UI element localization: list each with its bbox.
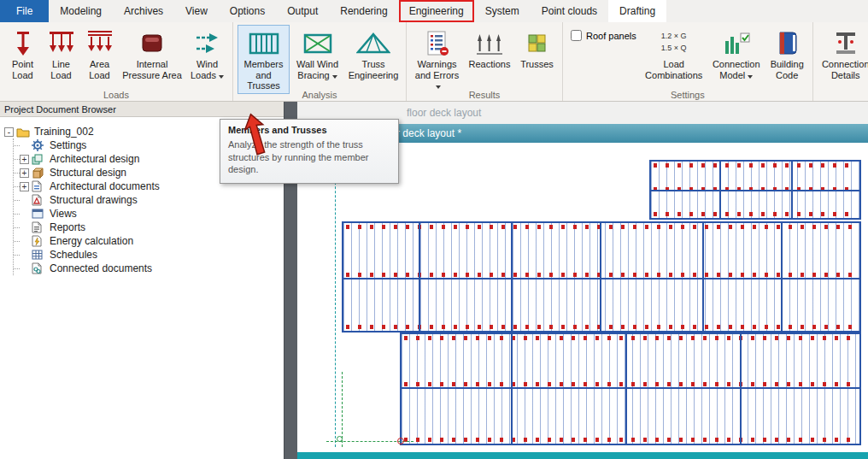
tree-item-label: Settings — [48, 139, 88, 151]
menu-drafting[interactable]: Drafting — [608, 0, 666, 22]
tree-item-label: Reports — [48, 221, 87, 233]
energy-calculation-icon — [32, 235, 45, 247]
tree-item-energy-calculation[interactable]: Energy calculation — [14, 234, 284, 248]
building-code-label: Building Code — [771, 59, 804, 80]
members-and-trusses-icon — [249, 28, 279, 58]
folder-icon — [16, 127, 30, 138]
wall-wind-bracing-button[interactable]: Wall Wind Bracing — [291, 25, 343, 83]
project-browser-title: Project Document Browser — [4, 104, 116, 115]
roof-panels-checkbox-input[interactable] — [571, 30, 582, 41]
schedules-icon — [32, 250, 45, 260]
menu-point-clouds[interactable]: Point clouds — [531, 0, 608, 22]
roof-panels-checkbox[interactable]: Roof panels — [567, 25, 640, 41]
collapse-icon[interactable] — [4, 127, 14, 137]
deck-block-lower — [400, 332, 861, 445]
expand-icon[interactable] — [20, 182, 29, 191]
menu-options-label: Options — [230, 5, 265, 17]
point-load-label: Point Load — [12, 59, 33, 80]
expand-icon[interactable] — [20, 155, 29, 164]
load-factor-q: 1.5 × Q — [661, 43, 687, 55]
truss-engineering-label: Truss Engineering — [349, 59, 399, 80]
point-load-icon — [13, 28, 33, 58]
reference-marker — [397, 438, 404, 444]
load-factor-g: 1.2 × G — [661, 31, 687, 43]
line-load-label: Line Load — [50, 59, 71, 80]
warnings-and-errors-label: Warnings and Errors — [415, 59, 459, 80]
menu-view[interactable]: View — [174, 0, 219, 22]
trusses-label: Trusses — [520, 59, 554, 69]
reactions-button[interactable]: Reactions — [465, 25, 514, 73]
load-combinations-button[interactable]: 1.2 × G 1.5 × Q Load Combinations — [642, 25, 707, 83]
load-combinations-label: Load Combinations — [645, 59, 702, 80]
menu-engineering-label: Engineering — [409, 5, 464, 17]
tree-item-label: Architectural design — [48, 153, 141, 165]
tree-item-schedules[interactable]: Schedules — [14, 248, 284, 262]
truss-engineering-icon — [356, 28, 390, 58]
structural-drawings-icon — [32, 194, 45, 206]
point-load-button[interactable]: Point Load — [4, 25, 41, 83]
menu-drafting-label: Drafting — [619, 5, 655, 17]
ribbon-group-results-label: Results — [407, 90, 562, 100]
wall-wind-bracing-icon — [303, 28, 332, 58]
reports-icon — [32, 221, 45, 233]
line-load-icon — [48, 28, 75, 58]
bottom-accent-bar — [297, 452, 868, 459]
menu-options[interactable]: Options — [219, 0, 276, 22]
ribbon: Point Load Line Load Area Load Internal … — [0, 22, 868, 102]
architectural-design-icon — [32, 154, 45, 165]
menu-archives[interactable]: Archives — [113, 0, 174, 22]
menu-bar: File Modeling Archives View Options Outp… — [0, 0, 868, 22]
tree-item-connected-documents[interactable]: Connected documents — [14, 262, 284, 275]
tree-item-label: Schedules — [48, 249, 99, 261]
menu-system[interactable]: System — [474, 0, 531, 22]
project-browser-header: Project Document Browser — [0, 102, 284, 117]
truss-engineering-button[interactable]: Truss Engineering — [345, 25, 402, 83]
tree-item-reports[interactable]: Reports — [14, 221, 284, 234]
grid-marker — [337, 436, 343, 442]
area-load-label: Area Load — [89, 59, 109, 80]
tree-item-label: Training_002 — [32, 126, 96, 138]
tree-item-label: Architectural documents — [48, 180, 161, 192]
expand-icon[interactable] — [20, 168, 29, 178]
building-code-button[interactable]: Building Code — [766, 25, 808, 83]
views-icon — [32, 209, 45, 219]
menu-file[interactable]: File — [0, 0, 49, 22]
menu-modeling-label: Modeling — [60, 5, 102, 17]
tree-item-label: Structural design — [48, 167, 128, 179]
tree-item-views[interactable]: Views — [14, 207, 284, 221]
menu-engineering[interactable]: Engineering — [399, 0, 474, 22]
warnings-and-errors-button[interactable]: Warnings and Errors — [411, 25, 463, 94]
trusses-button[interactable]: Trusses — [516, 25, 558, 73]
tree-item-structural-drawings[interactable]: Structural drawings — [14, 193, 284, 207]
dropdown-arrow-icon — [436, 85, 441, 89]
menu-modeling[interactable]: Modeling — [49, 0, 113, 22]
dropdown-arrow-icon — [219, 75, 224, 79]
menu-view-label: View — [185, 5, 208, 17]
internal-pressure-area-icon — [138, 28, 166, 58]
wind-loads-icon — [195, 28, 220, 58]
grid-line — [335, 156, 336, 447]
drawing-canvas[interactable] — [297, 143, 868, 452]
ribbon-group-loads: Point Load Line Load Area Load Internal … — [0, 22, 233, 101]
area-load-button[interactable]: Area Load — [81, 25, 118, 83]
trusses-icon — [526, 28, 548, 58]
connection-details-label: Connection Details — [822, 59, 868, 80]
ribbon-group-analysis-label: Analysis — [233, 90, 406, 100]
menu-output[interactable]: Output — [276, 0, 329, 22]
settings-gear-icon — [32, 139, 45, 151]
area-load-icon — [86, 28, 114, 58]
deck-block-top-right — [649, 160, 861, 220]
ribbon-group-results: Warnings and Errors Reactions Trusses Re… — [407, 22, 563, 101]
line-load-button[interactable]: Line Load — [43, 25, 79, 83]
deck-block-main — [342, 221, 861, 332]
wind-loads-button[interactable]: Wind Loads — [186, 25, 228, 83]
tree-item-label: Structural drawings — [48, 194, 139, 206]
connection-model-button[interactable]: Connection Model — [708, 25, 765, 83]
internal-pressure-area-button[interactable]: Internal Pressure Area — [120, 25, 185, 83]
members-and-trusses-button[interactable]: Members and Trusses — [238, 25, 290, 94]
architectural-documents-icon — [32, 180, 45, 192]
connection-details-button[interactable]: Connection Details — [818, 25, 868, 83]
wind-loads-label: Wind Loads — [191, 59, 218, 80]
menu-rendering[interactable]: Rendering — [329, 0, 398, 22]
members-and-trusses-label: Members and Trusses — [244, 59, 284, 91]
